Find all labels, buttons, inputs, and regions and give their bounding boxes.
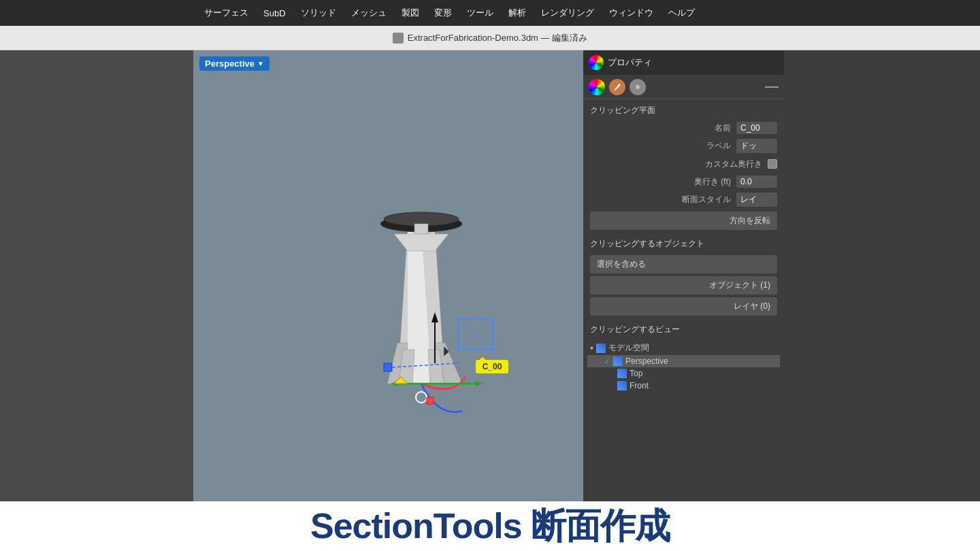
top-view-icon [617, 369, 627, 378]
perspective-view-icon [613, 356, 623, 366]
menu-drafting[interactable]: 製図 [395, 4, 426, 22]
prop-depth-value[interactable]: 0.0 [736, 176, 777, 188]
menu-mesh[interactable]: メッシュ [344, 4, 393, 22]
btn-include-selection[interactable]: 選択を含める [590, 255, 777, 273]
titlebar-filename: ExtractForFabrication-Demo.3dm — 編集済み [408, 32, 587, 44]
svg-rect-24 [427, 397, 434, 404]
properties-icon [589, 55, 604, 70]
menu-subd[interactable]: SubD [257, 5, 293, 21]
tree-top[interactable]: Top [587, 367, 780, 380]
panel-tab-icons [583, 75, 784, 99]
tree-model-space[interactable]: ▾ モデル空間 [587, 341, 780, 355]
svg-rect-4 [414, 224, 428, 234]
menu-surface[interactable]: サーフェス [197, 4, 255, 22]
model-space-icon [596, 344, 606, 353]
viewport-label: Perspective [205, 59, 255, 69]
viewport[interactable]: Perspective ▼ [193, 50, 583, 505]
menu-help[interactable]: ヘルプ [662, 4, 702, 22]
prop-name-row: 名前 C_00 [583, 119, 784, 137]
footer-text: SectionTools 断面作成 [310, 503, 670, 550]
right-edge-panel [784, 50, 980, 505]
prop-custom-depth-row: カスタム奥行き [583, 155, 784, 173]
tab-brush-icon[interactable] [609, 79, 625, 95]
prop-section-style-row: 断面スタイル レイ [583, 190, 784, 209]
panel-topbar: プロパティ [583, 50, 784, 75]
menu-solid[interactable]: ソリッド [294, 4, 343, 22]
tab-settings-icon[interactable] [630, 79, 646, 95]
menubar: サーフェス SubD ソリッド メッシュ 製図 変形 ツール 解析 レンダリング… [0, 0, 980, 26]
dropdown-arrow-icon: ▼ [257, 60, 264, 67]
svg-text:C_00: C_00 [483, 362, 502, 371]
tree-model-space-label: モデル空間 [608, 342, 649, 354]
tree-perspective-label: Perspective [625, 356, 668, 366]
check-icon: ✓ [604, 356, 610, 366]
scene-svg: C_00 [193, 50, 583, 505]
menu-transform[interactable]: 変形 [427, 4, 459, 22]
prop-label-label: ラベル [590, 140, 736, 152]
svg-rect-21 [384, 363, 392, 371]
svg-point-27 [636, 85, 640, 89]
prop-label-row: ラベル ドッ [583, 137, 784, 155]
prop-section-style-value[interactable]: レイ [736, 193, 777, 207]
tree-front-label: Front [630, 381, 649, 390]
prop-depth-row: 奥行き (ft) 0.0 [583, 173, 784, 190]
divider [765, 86, 779, 88]
menu-tools[interactable]: ツール [460, 4, 500, 22]
right-panel: プロパティ クリッピング平面 名前 C_00 ラベル ドッ カスタム奥行き 奥行… [583, 50, 784, 505]
expand-icon: ▾ [590, 344, 593, 352]
prop-name-label: 名前 [590, 122, 736, 134]
svg-marker-17 [476, 381, 483, 386]
prop-label-value[interactable]: ドッ [736, 139, 777, 153]
viewport-perspective-btn[interactable]: Perspective ▼ [199, 56, 270, 71]
tree-front[interactable]: Front [587, 380, 780, 392]
prop-depth-label: 奥行き (ft) [590, 176, 736, 188]
prop-section-style-label: 断面スタイル [590, 194, 736, 205]
prop-name-value[interactable]: C_00 [736, 122, 777, 134]
panel-title: プロパティ [608, 56, 652, 69]
btn-objects[interactable]: オブジェクト (1) [590, 276, 777, 295]
tree-top-label: Top [630, 369, 642, 378]
tree-perspective[interactable]: ✓ Perspective [587, 355, 780, 367]
prop-custom-depth-checkbox[interactable] [768, 159, 777, 169]
section-clipping-header: クリッピング平面 [583, 99, 784, 119]
menu-window[interactable]: ウィンドウ [602, 4, 660, 22]
menu-render[interactable]: レンダリング [534, 4, 601, 22]
section-views-header: クリッピングするビュー [583, 318, 784, 338]
btn-flip[interactable]: 方向を反転 [590, 212, 777, 230]
menu-analyze[interactable]: 解析 [502, 4, 533, 22]
front-view-icon [617, 381, 627, 390]
footer: SectionTools 断面作成 [0, 501, 980, 551]
left-sidebar [0, 50, 193, 505]
svg-marker-5 [394, 234, 448, 251]
tab-color-icon[interactable] [589, 79, 605, 95]
file-icon [393, 33, 404, 44]
prop-custom-depth-label: カスタム奥行き [590, 158, 768, 170]
section-objects-header: クリッピングするオブジェクト [583, 233, 784, 252]
tree-container: ▾ モデル空間 ✓ Perspective Top Front [583, 338, 784, 395]
titlebar: ExtractForFabrication-Demo.3dm — 編集済み [0, 26, 980, 50]
btn-layers[interactable]: レイヤ (0) [590, 297, 777, 316]
svg-point-23 [416, 392, 427, 403]
